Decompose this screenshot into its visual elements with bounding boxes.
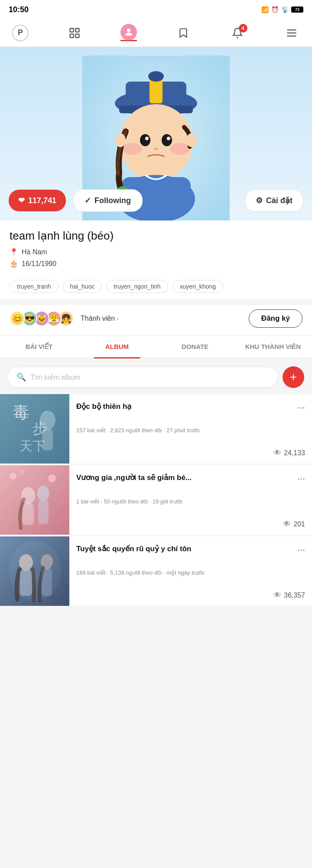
svg-point-4 xyxy=(127,29,130,32)
album-item[interactable]: 毒 步 天下 Độc bộ thiên hạ ··· 157 bài viết … xyxy=(0,394,312,464)
svg-rect-0 xyxy=(70,28,74,32)
search-bar[interactable]: 🔍 Tìm kiếm album xyxy=(8,367,277,387)
svg-text:天下: 天下 xyxy=(20,439,46,453)
eye-icon-1: 👁 xyxy=(283,519,291,529)
members-row: 😊 😎 🐱 😤 👧 Thành viên › Đăng ký xyxy=(0,305,312,336)
svg-point-15 xyxy=(123,143,142,155)
album-title-row-0: Độc bộ thiên hạ ··· xyxy=(76,402,305,413)
svg-point-35 xyxy=(19,469,24,474)
tab-bai-viet[interactable]: BÀI VIẾT xyxy=(0,336,78,358)
location-icon: 📍 xyxy=(10,248,18,256)
nav-menu-button[interactable] xyxy=(283,25,300,41)
tags-row: truyen_tranh hai_huoc truyen_ngon_tinh x… xyxy=(0,280,312,299)
album-title-2: Tuyệt sắc quyến rũ quỷ y chí tôn xyxy=(76,544,294,554)
svg-point-25 xyxy=(115,133,126,147)
plus-icon: + xyxy=(290,370,297,384)
nav-p-button[interactable]: P xyxy=(12,25,29,41)
nav-book-button[interactable] xyxy=(66,25,83,41)
svg-point-17 xyxy=(140,134,150,146)
album-posts-2: 166 bài viết xyxy=(76,569,105,576)
profile-name: team lạnh lùng (béo) xyxy=(10,229,302,243)
tab-khu-thanh-vien[interactable]: KHU THÀNH VIÊN xyxy=(234,336,312,358)
member-avatar-0: 😊 xyxy=(10,311,25,326)
album-thumb-0: 毒 步 天下 xyxy=(0,394,69,464)
signal-icon: 📶 xyxy=(261,6,269,13)
birthday-text: 16/11/1990 xyxy=(22,260,56,268)
tab-donate[interactable]: DONATE xyxy=(156,336,234,358)
status-icons: 📶 ⏰ 📡 73 xyxy=(261,6,303,13)
like-count: 117,741 xyxy=(28,196,56,205)
tag-0[interactable]: truyen_tranh xyxy=(10,280,58,293)
bookmark-icon xyxy=(178,27,189,39)
search-section: 🔍 Tìm kiếm album + xyxy=(0,358,312,388)
svg-point-16 xyxy=(170,143,189,155)
profile-meta: 📍 Hà Nam 🎂 16/11/1990 xyxy=(10,248,302,268)
profile-cover: ❤ 117,741 ✓ Following ⚙ Cài đặt xyxy=(0,47,312,220)
nav-bell-button[interactable]: 4 xyxy=(229,25,246,41)
album-meta-1: 1 bài viết · 50 người theo dõi · 19 giờ … xyxy=(76,497,305,506)
settings-button[interactable]: ⚙ Cài đặt xyxy=(245,189,303,212)
subscribe-button[interactable]: Đăng ký xyxy=(249,309,302,328)
tag-3[interactable]: xuyen_khong xyxy=(172,280,223,293)
tab-album[interactable]: ALBUM xyxy=(78,336,156,358)
svg-point-13 xyxy=(148,71,164,82)
following-button[interactable]: ✓ Following xyxy=(73,189,143,212)
bell-badge: 4 xyxy=(239,24,247,33)
tag-2[interactable]: truyen_ngon_tinh xyxy=(106,280,168,293)
svg-rect-38 xyxy=(23,503,34,525)
svg-point-14 xyxy=(119,104,193,181)
add-album-button[interactable]: + xyxy=(283,366,304,388)
album-title-row-1: Vương gia ,người ta sẽ giảm bé... ··· xyxy=(76,473,305,484)
like-button[interactable]: ❤ 117,741 xyxy=(9,190,66,211)
alarm-icon: ⏰ xyxy=(271,6,279,13)
book-icon xyxy=(68,27,81,39)
svg-point-34 xyxy=(10,473,16,480)
album-posts-0: 157 bài viết xyxy=(76,427,105,434)
album-thumb-1 xyxy=(0,465,69,535)
menu-icon xyxy=(286,27,298,39)
battery-icon: 73 xyxy=(291,7,303,13)
p-icon: P xyxy=(12,25,29,41)
svg-rect-2 xyxy=(70,34,74,37)
album-time-0: 27 phút trước xyxy=(166,427,200,434)
user-avatar-icon xyxy=(120,24,137,40)
album-views-2: 👁 36,357 xyxy=(76,591,305,600)
wifi-icon: 📡 xyxy=(281,6,289,13)
status-bar: 10:50 📶 ⏰ 📡 73 xyxy=(0,0,312,19)
album-views-0: 👁 24,133 xyxy=(76,448,305,457)
members-label[interactable]: Thành viên › xyxy=(81,315,119,322)
nav-user-button[interactable] xyxy=(120,25,137,41)
album-more-button-2[interactable]: ··· xyxy=(294,544,305,556)
album-more-button-1[interactable]: ··· xyxy=(294,473,305,484)
svg-point-39 xyxy=(37,486,49,501)
album-item[interactable]: Vương gia ,người ta sẽ giảm bé... ··· 1 … xyxy=(0,465,312,535)
album-followers-1: 50 người theo dõi xyxy=(104,498,148,505)
tag-1[interactable]: hai_huoc xyxy=(63,280,102,293)
album-info-1: Vương gia ,người ta sẽ giảm bé... ··· 1 … xyxy=(69,465,312,535)
svg-rect-3 xyxy=(76,34,79,37)
album-list: 毒 步 天下 Độc bộ thiên hạ ··· 157 bài viết … xyxy=(0,388,312,607)
settings-label: Cài đặt xyxy=(266,196,292,205)
svg-point-18 xyxy=(162,134,172,146)
svg-rect-40 xyxy=(38,500,49,524)
status-time: 10:50 xyxy=(9,5,29,14)
heart-icon: ❤ xyxy=(18,196,25,205)
check-icon: ✓ xyxy=(84,196,91,205)
album-item[interactable]: Tuyệt sắc quyến rũ quỷ y chí tôn ··· 166… xyxy=(0,536,312,606)
nav-bookmark-button[interactable] xyxy=(175,25,192,41)
album-view-count-0: 24,133 xyxy=(284,449,305,457)
search-placeholder: Tìm kiếm album xyxy=(30,373,80,381)
svg-text:毒: 毒 xyxy=(13,403,29,421)
album-view-count-1: 201 xyxy=(293,520,305,528)
action-buttons-row: ❤ 117,741 ✓ Following ⚙ Cài đặt xyxy=(9,189,303,212)
album-title-0: Độc bộ thiên hạ xyxy=(76,402,294,411)
album-meta-2: 166 bài viết · 5,139 người theo dõi · mộ… xyxy=(76,569,305,577)
tabs-row: BÀI VIẾT ALBUM DONATE KHU THÀNH VIÊN xyxy=(0,336,312,358)
album-posts-1: 1 bài viết xyxy=(76,498,99,505)
chevron-right-icon: › xyxy=(117,315,119,322)
album-meta-0: 157 bài viết · 2,823 người theo dõi · 27… xyxy=(76,426,305,435)
album-more-button-0[interactable]: ··· xyxy=(294,402,305,413)
svg-rect-44 xyxy=(20,570,32,596)
members-left: 😊 😎 🐱 😤 👧 Thành viên › xyxy=(10,311,119,326)
svg-point-26 xyxy=(186,133,197,147)
